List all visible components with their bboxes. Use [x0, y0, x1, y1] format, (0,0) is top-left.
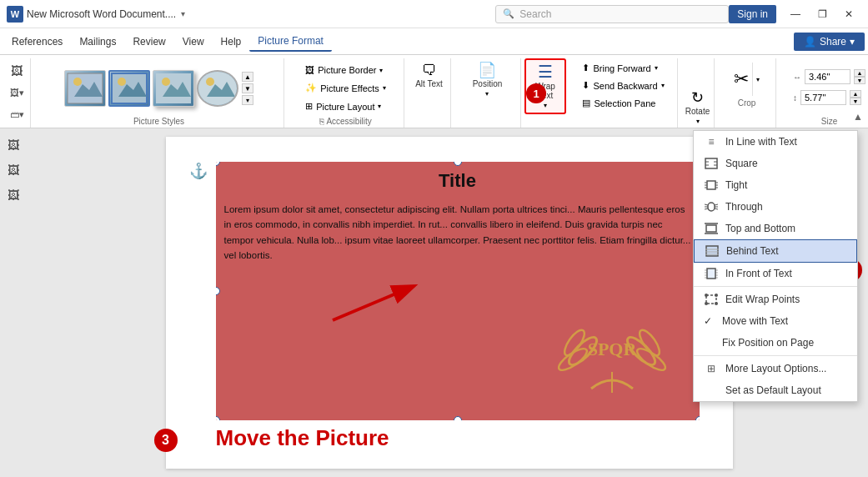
svg-text:SPQR: SPQR [587, 339, 637, 359]
dropdown-item-in-front[interactable]: In Front of Text [694, 263, 857, 284]
style-thumb-2[interactable] [108, 70, 150, 107]
close-button[interactable]: ✕ [836, 4, 861, 24]
menu-mailings[interactable]: Mailings [71, 33, 124, 51]
width-down[interactable]: ▼ [854, 77, 865, 84]
menu-picture-format[interactable]: Picture Format [249, 32, 332, 52]
picture-border-dropdown: ▾ [379, 67, 383, 74]
tool-icon-1[interactable]: 🖼 [7, 62, 27, 80]
picture-effects-group: 🖼 Picture Border ▾ ✨ Picture Effects ▾ ⊞… [288, 58, 404, 128]
left-tool-1[interactable]: 🖼 [3, 135, 23, 155]
left-tool-3[interactable]: 🖼 [3, 185, 23, 205]
width-input[interactable] [805, 69, 850, 84]
minimize-button[interactable]: — [783, 4, 808, 24]
picture-border-label: Picture Border [318, 65, 376, 75]
crop-dropdown-arrow: ▾ [756, 76, 760, 83]
menu-help[interactable]: Help [213, 33, 250, 51]
ribbon-collapse-button[interactable]: ▲ [853, 111, 863, 123]
dropdown-item-top-bottom[interactable]: Top and Bottom [694, 218, 857, 239]
menu-view[interactable]: View [174, 33, 213, 51]
rotate-button[interactable]: ↻ Rotate ▾ [681, 88, 714, 128]
style-thumbnails [64, 70, 238, 107]
dropdown-item-more-layout[interactable]: ⊞ More Layout Options... [694, 358, 857, 379]
title-dropdown-arrow[interactable]: ▾ [181, 9, 185, 18]
document-image[interactable]: Title Lorem ipsum dolor sit amet, consec… [216, 162, 700, 420]
share-dropdown-arrow: ▾ [850, 36, 855, 48]
sign-in-button[interactable]: Sign in [729, 5, 776, 23]
height-spin: ▲ ▼ [850, 90, 861, 105]
alt-text-button[interactable]: 🗨 Alt Text [411, 60, 447, 91]
handle-bottom-right[interactable] [695, 416, 700, 420]
dropdown-item-set-default[interactable]: Set as Default Layout [694, 379, 857, 401]
menu-references[interactable]: References [3, 33, 71, 51]
height-input[interactable] [800, 90, 846, 105]
style-scroll-down[interactable]: ▼ [242, 83, 253, 93]
menu-review[interactable]: Review [124, 33, 173, 51]
style-thumb-1[interactable] [64, 70, 106, 107]
behind-text-icon [705, 245, 720, 257]
move-picture-label: Move the Picture [216, 425, 700, 451]
restore-button[interactable]: ❐ [810, 4, 835, 24]
dropdown-item-square[interactable]: Square [694, 153, 857, 174]
height-up[interactable]: ▲ [850, 90, 861, 98]
handle-middle-left[interactable] [216, 287, 220, 295]
tool-icon-2[interactable]: 🖼▾ [7, 83, 27, 102]
document-heading: Title [216, 162, 700, 192]
handle-bottom-left[interactable] [216, 416, 220, 420]
bring-forward-icon: ⬆ [582, 63, 590, 73]
style-thumb-4[interactable] [197, 70, 238, 107]
badge-3: 3 [154, 429, 178, 452]
dropdown-item-edit-wrap[interactable]: Edit Wrap Points [694, 289, 857, 310]
arrange-col: ⬆ Bring Forward ▾ ⬇ Send Backward ▾ ▤ Se… [577, 60, 669, 126]
dropdown-divider-1 [694, 286, 857, 287]
dropdown-item-inline[interactable]: ≡ In Line with Text [694, 131, 857, 153]
accessibility-icon: ⎘ [319, 117, 324, 126]
more-layout-icon: ⊞ [704, 363, 719, 374]
dropdown-item-through[interactable]: Through [694, 196, 857, 218]
picture-effects-button[interactable]: ✨ Picture Effects ▾ [300, 80, 391, 96]
svg-point-2 [73, 78, 82, 86]
style-scroll-more[interactable]: ▾ [242, 95, 253, 105]
left-tool-2[interactable]: 🖼 [3, 160, 23, 180]
in-front-icon [704, 268, 719, 279]
top-bottom-label: Top and Bottom [725, 223, 847, 234]
svg-point-57 [715, 302, 718, 305]
dropdown-item-move-with-text[interactable]: ✓ Move with Text [694, 310, 857, 332]
document-title: New Microsoft Word Document.... [27, 8, 176, 20]
edit-wrap-label: Edit Wrap Points [725, 294, 847, 305]
crop-button[interactable]: ✂ ▾ [730, 60, 764, 98]
height-row: ↕ ▲ ▼ [793, 90, 865, 105]
svg-point-11 [206, 78, 214, 86]
picture-layout-icon: ⊞ [305, 101, 313, 112]
style-thumb-3[interactable] [153, 70, 194, 107]
svg-line-38 [715, 204, 718, 205]
picture-layout-button[interactable]: ⊞ Picture Layout ▾ [300, 98, 391, 114]
search-box[interactable]: 🔍 Search [495, 5, 729, 23]
send-backward-button[interactable]: ⬇ Send Backward ▾ [577, 78, 669, 93]
style-scroll-up[interactable]: ▲ [242, 72, 253, 82]
tight-icon [704, 179, 719, 191]
handle-bottom-center[interactable] [454, 416, 462, 420]
tool-icon-3[interactable]: 🗃▾ [7, 106, 27, 124]
position-button[interactable]: 📄 Position ▾ [469, 60, 507, 100]
selection-pane-button[interactable]: ▤ Selection Pane [577, 95, 669, 111]
share-button[interactable]: 👤 Share ▾ [794, 33, 865, 51]
search-placeholder: Search [519, 8, 551, 20]
picture-effects-col: 🖼 Picture Border ▾ ✨ Picture Effects ▾ ⊞… [300, 60, 391, 117]
rotate-group: ↻ Rotate ▾ [681, 58, 715, 128]
dropdown-item-fix-position[interactable]: ✓ Fix Position on Page [694, 332, 857, 354]
svg-point-54 [705, 294, 708, 297]
height-down[interactable]: ▼ [850, 98, 861, 105]
svg-rect-34 [708, 203, 715, 211]
bring-forward-label: Bring Forward [593, 63, 650, 73]
dropdown-item-behind-text[interactable]: Behind Text [694, 239, 857, 263]
dropdown-item-tight[interactable]: Tight [694, 174, 857, 196]
picture-border-button[interactable]: 🖼 Picture Border ▾ [300, 63, 391, 78]
dropdown-divider-2 [694, 355, 857, 356]
through-label: Through [725, 201, 847, 213]
svg-rect-41 [706, 225, 716, 232]
width-up[interactable]: ▲ [854, 69, 865, 77]
crop-divider [752, 63, 753, 96]
bring-forward-button[interactable]: ⬆ Bring Forward ▾ [577, 60, 669, 76]
wrap-text-icon: ☰ [538, 63, 553, 80]
through-icon [704, 201, 719, 213]
